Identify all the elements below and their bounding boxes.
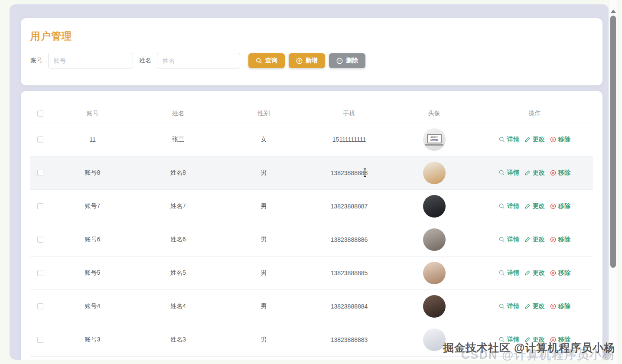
avatar[interactable] <box>423 228 446 251</box>
edit-link-label: 更改 <box>533 269 545 277</box>
account-input[interactable] <box>48 53 133 68</box>
search-button[interactable]: 查询 <box>248 53 285 68</box>
cell-name: 姓名7 <box>135 202 221 210</box>
col-header-actions: 操作 <box>476 110 593 117</box>
row-checkbox[interactable] <box>37 337 43 343</box>
row-checkbox[interactable] <box>37 270 43 276</box>
edit-link[interactable]: 更改 <box>524 136 545 143</box>
table-card: 账号 姓名 性别 手机 头像 操作 11 张三 女 15111111111 ST… <box>21 91 602 360</box>
scrollbar[interactable] <box>609 0 617 364</box>
pencil-icon <box>524 136 531 143</box>
cell-phone: 13823888886 <box>306 236 392 243</box>
cell-gender: 女 <box>221 136 306 143</box>
remove-link[interactable]: 移除 <box>550 169 570 177</box>
edit-link[interactable]: 更改 <box>524 236 545 244</box>
cell-account: 账号8 <box>50 169 135 177</box>
row-checkbox[interactable] <box>37 237 43 243</box>
remove-link[interactable]: 移除 <box>550 269 570 277</box>
circle-x-icon <box>550 136 556 143</box>
col-header-name: 姓名 <box>135 110 221 117</box>
detail-link-label: 详情 <box>507 136 519 143</box>
pencil-icon <box>524 270 531 276</box>
content-panel: 用户管理 账号 姓名 查询 新增 <box>10 4 609 360</box>
edit-link-label: 更改 <box>533 169 545 177</box>
account-label: 账号 <box>30 57 42 65</box>
select-all-checkbox[interactable] <box>37 110 43 117</box>
edit-link[interactable]: 更改 <box>524 202 545 210</box>
detail-link[interactable]: 详情 <box>499 169 519 177</box>
magnifier-icon <box>499 170 505 176</box>
table-row: 账号4 姓名4 男 13823888884 详情 更改 <box>30 290 593 323</box>
cell-phone: 13823888883 <box>306 336 392 343</box>
cell-name: 张三 <box>135 136 221 143</box>
detail-link-label: 详情 <box>507 202 519 210</box>
add-button[interactable]: 新增 <box>289 53 325 68</box>
remove-link-label: 移除 <box>558 269 570 277</box>
col-header-gender: 性别 <box>221 110 306 117</box>
cell-gender: 男 <box>221 236 306 244</box>
search-button-label: 查询 <box>265 57 277 65</box>
avatar[interactable]: STUDY ATTUID <box>423 128 446 151</box>
detail-link[interactable]: 详情 <box>499 269 519 277</box>
circle-x-icon <box>550 170 556 176</box>
magnifier-icon <box>499 237 505 243</box>
edit-link[interactable]: 更改 <box>524 169 545 177</box>
avatar[interactable] <box>423 262 446 284</box>
edit-link[interactable]: 更改 <box>524 269 545 277</box>
remove-link[interactable]: 移除 <box>550 302 570 310</box>
cell-actions: 详情 更改 移除 <box>476 136 593 143</box>
cell-account: 账号6 <box>50 236 135 244</box>
filter-row: 账号 姓名 查询 新增 <box>30 53 365 68</box>
remove-link-label: 移除 <box>558 202 570 210</box>
edit-link[interactable]: 更改 <box>524 302 545 310</box>
cell-phone: 15111111111 <box>306 136 392 143</box>
row-checkbox[interactable] <box>37 303 43 309</box>
table-row: 账号7 姓名7 男 13823888887 详情 更改 <box>30 190 593 223</box>
delete-button-label: 删除 <box>346 57 358 65</box>
cell-actions: 详情 更改 移除 <box>476 169 593 177</box>
name-label: 姓名 <box>139 57 151 65</box>
avatar[interactable] <box>423 295 446 318</box>
row-checkbox[interactable] <box>37 203 43 209</box>
remove-link-label: 移除 <box>558 236 570 244</box>
add-button-label: 新增 <box>306 57 318 65</box>
table-header-row: 账号 姓名 性别 手机 头像 操作 <box>30 104 593 123</box>
remove-link[interactable]: 移除 <box>550 136 570 143</box>
search-icon <box>256 58 262 64</box>
detail-link[interactable]: 详情 <box>499 136 519 143</box>
edit-link-label: 更改 <box>533 202 545 210</box>
text-cursor-ibeam <box>362 168 368 179</box>
name-input[interactable] <box>157 53 240 68</box>
detail-link-label: 详情 <box>507 302 519 310</box>
scroll-up-arrow[interactable] <box>611 10 616 13</box>
avatar[interactable] <box>423 328 446 351</box>
cell-account: 账号4 <box>50 302 135 310</box>
table-row: 账号6 姓名6 男 13823888886 详情 更改 <box>30 223 593 257</box>
plus-circle-icon <box>296 58 303 64</box>
pencil-icon <box>524 303 531 309</box>
detail-link-label: 详情 <box>507 169 519 177</box>
delete-button[interactable]: 删除 <box>329 53 365 68</box>
table-row: 账号5 姓名5 男 13823888885 详情 更改 <box>30 257 593 290</box>
table-body: 11 张三 女 15111111111 STUDY ATTUID 详情 <box>30 123 593 357</box>
magnifier-icon <box>499 303 505 309</box>
avatar[interactable] <box>423 195 446 218</box>
detail-link[interactable]: 详情 <box>499 202 519 210</box>
pencil-icon <box>524 170 531 176</box>
row-checkbox[interactable] <box>37 170 43 176</box>
remove-link-label: 移除 <box>558 169 570 177</box>
row-checkbox[interactable] <box>37 136 43 143</box>
remove-link[interactable]: 移除 <box>550 202 570 210</box>
cell-account: 11 <box>50 136 135 143</box>
cell-gender: 男 <box>221 302 306 310</box>
pencil-icon <box>524 237 531 243</box>
table-row: 11 张三 女 15111111111 STUDY ATTUID 详情 <box>30 123 593 156</box>
remove-link-label: 移除 <box>558 136 570 143</box>
watermark-juejin: 掘金技术社区 @计算机程序员小杨 <box>443 341 615 355</box>
scrollbar-thumb[interactable] <box>610 16 616 268</box>
detail-link[interactable]: 详情 <box>499 236 519 244</box>
remove-link[interactable]: 移除 <box>550 236 570 244</box>
detail-link[interactable]: 详情 <box>499 302 519 310</box>
cell-account: 账号5 <box>50 269 135 277</box>
avatar[interactable] <box>423 162 446 184</box>
